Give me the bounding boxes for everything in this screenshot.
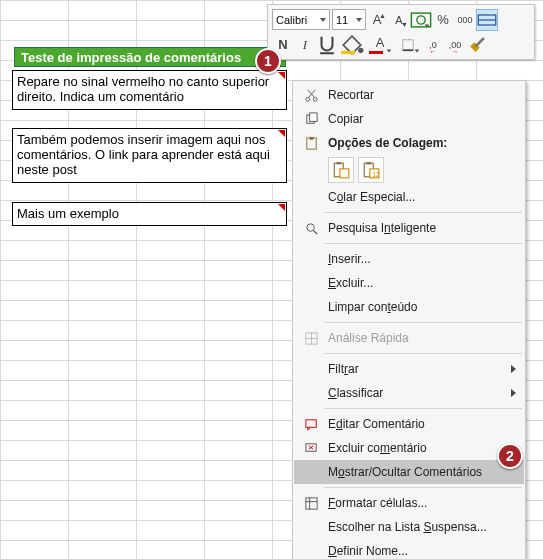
title-cell[interactable]: Teste de impressão de comentários xyxy=(14,47,286,67)
svg-rect-17 xyxy=(337,162,342,164)
svg-text:123: 123 xyxy=(372,171,380,178)
svg-rect-13 xyxy=(309,112,317,120)
svg-point-1 xyxy=(417,15,425,23)
comment-indicator-3 xyxy=(278,204,285,211)
svg-rect-15 xyxy=(309,136,313,139)
increase-decimal-button[interactable]: ,00 → xyxy=(444,34,466,56)
bucket-icon xyxy=(338,31,366,59)
menu-filter[interactable]: Filtrar xyxy=(294,357,524,381)
menu-smart-lookup[interactable]: Pesquisa Inteligente xyxy=(294,216,524,240)
comment-text-3: Mais um exemplo xyxy=(17,206,119,221)
search-icon xyxy=(300,221,322,236)
separator xyxy=(324,322,522,323)
format-cells-icon xyxy=(300,496,322,511)
submenu-arrow-icon xyxy=(511,389,516,397)
svg-point-8 xyxy=(305,97,309,101)
menu-delete[interactable]: Excluir... xyxy=(294,271,524,295)
svg-line-24 xyxy=(313,230,317,234)
comment-indicator-2 xyxy=(278,130,285,137)
svg-line-11 xyxy=(307,89,314,97)
borders-button[interactable] xyxy=(394,34,422,56)
comment-box-1[interactable]: Repare no sinal vermelho no canto superi… xyxy=(12,70,287,110)
separator xyxy=(324,353,522,354)
scissors-icon xyxy=(300,88,322,103)
separator xyxy=(324,487,522,488)
merge-center-button[interactable] xyxy=(476,9,498,31)
svg-rect-20 xyxy=(367,162,372,164)
svg-point-9 xyxy=(313,97,317,101)
clipboard-paste-icon xyxy=(332,161,350,179)
menu-format-cells[interactable]: Formatar células... xyxy=(294,491,524,515)
menu-clear-contents[interactable]: Limpar conteúdo xyxy=(294,295,524,319)
chevron-down-icon xyxy=(387,49,392,52)
menu-insert[interactable]: Inserir... xyxy=(294,247,524,271)
chevron-down-icon xyxy=(356,18,362,22)
paste-options-row: 123 xyxy=(294,155,524,185)
separator xyxy=(324,408,522,409)
clipboard-icon xyxy=(300,136,322,151)
menu-delete-comment[interactable]: Excluir comentário xyxy=(294,436,524,460)
menu-define-name[interactable]: Definir Nome... xyxy=(294,539,524,559)
font-size-dropdown[interactable]: 11 xyxy=(332,9,366,30)
svg-rect-6 xyxy=(403,39,414,50)
menu-toggle-comments[interactable]: Mostrar/Ocultar Comentários xyxy=(294,460,524,484)
svg-rect-32 xyxy=(305,497,316,508)
comment-box-2[interactable]: Também podemos inserir imagem aqui nos c… xyxy=(12,128,287,183)
menu-copy[interactable]: Copiar xyxy=(294,107,524,131)
separator xyxy=(324,243,522,244)
title-text: Teste de impressão de comentários xyxy=(21,50,241,65)
svg-rect-18 xyxy=(340,169,349,178)
mini-toolbar: Calibri 11 A ▲ A ▼ % 000 N xyxy=(267,4,535,60)
context-menu: Recortar Copiar Opções de Colagem: 123 C… xyxy=(292,80,526,559)
accounting-format-button[interactable] xyxy=(410,9,432,31)
svg-rect-28 xyxy=(305,419,315,427)
delete-comment-icon xyxy=(300,441,322,456)
font-name-dropdown[interactable]: Calibri xyxy=(272,9,330,30)
paste-option-default[interactable] xyxy=(328,157,354,183)
decrease-decimal-button[interactable]: ,0 ← xyxy=(422,34,444,56)
clipboard-values-icon: 123 xyxy=(362,161,380,179)
svg-point-23 xyxy=(306,223,314,231)
merge-icon xyxy=(477,10,497,30)
menu-paste-options-header: Opções de Colagem: xyxy=(294,131,524,155)
font-color-button[interactable]: A xyxy=(366,34,394,56)
menu-paste-special[interactable]: Colar Colar Especial...Especial... xyxy=(294,185,524,209)
chevron-down-icon xyxy=(359,49,364,52)
menu-pick-from-list[interactable]: Escolher na Lista Suspensa... xyxy=(294,515,524,539)
menu-quick-analysis: Análise Rápida xyxy=(294,326,524,350)
comment-indicator-1 xyxy=(278,72,285,79)
decrease-font-button[interactable]: A ▼ xyxy=(388,9,410,31)
comment-text-2: Também podemos inserir imagem aqui nos c… xyxy=(17,132,270,177)
thousands-format-button[interactable]: 000 xyxy=(454,9,476,31)
submenu-arrow-icon xyxy=(511,365,516,373)
increase-font-button[interactable]: A ▲ xyxy=(366,9,388,31)
format-painter-button[interactable] xyxy=(466,34,488,56)
underline-icon xyxy=(316,34,338,56)
callout-badge-2: 2 xyxy=(497,443,523,469)
svg-line-10 xyxy=(308,89,315,97)
chevron-down-icon xyxy=(415,49,420,52)
borders-icon xyxy=(401,38,415,52)
percent-format-button[interactable]: % xyxy=(432,9,454,31)
chevron-down-icon xyxy=(425,24,430,27)
italic-button[interactable]: I xyxy=(294,34,316,56)
chevron-down-icon xyxy=(320,18,326,22)
callout-badge-1: 1 xyxy=(255,48,281,74)
underline-button[interactable] xyxy=(316,34,338,56)
fill-color-button[interactable] xyxy=(338,34,366,56)
comment-text-1: Repare no sinal vermelho no canto superi… xyxy=(17,74,269,104)
paste-option-values[interactable]: 123 xyxy=(358,157,384,183)
menu-edit-comment[interactable]: Editar Comentário xyxy=(294,412,524,436)
comment-box-3[interactable]: Mais um exemplo xyxy=(12,202,287,226)
copy-icon xyxy=(300,112,322,127)
menu-sort[interactable]: Classificar xyxy=(294,381,524,405)
menu-cut[interactable]: Recortar xyxy=(294,83,524,107)
separator xyxy=(324,212,522,213)
quick-analysis-icon xyxy=(300,331,322,346)
edit-comment-icon xyxy=(300,417,322,432)
brush-icon xyxy=(466,34,488,56)
